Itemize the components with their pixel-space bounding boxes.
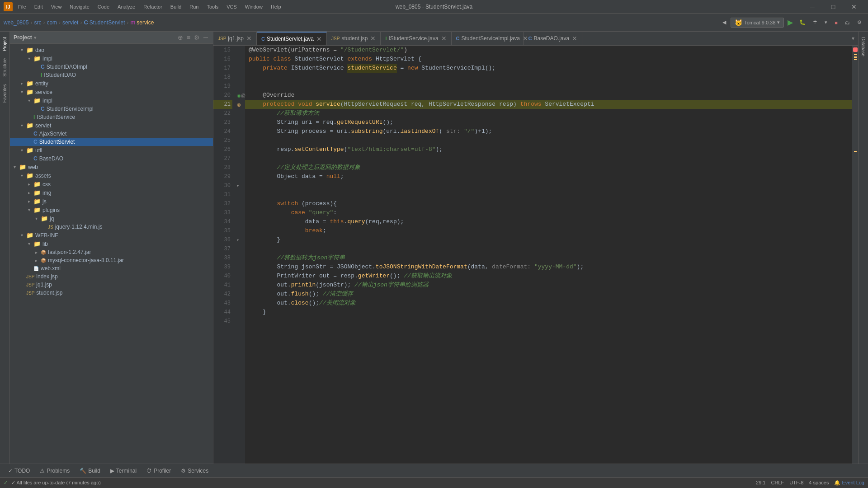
menu-code[interactable]: Code: [95, 2, 112, 11]
tree-index-jsp[interactable]: JSP index.jsp: [10, 272, 213, 281]
tab-istudent-service[interactable]: I IStudentService.java ✕: [381, 32, 451, 45]
encoding[interactable]: UTF-8: [789, 480, 803, 486]
tree-lib-folder[interactable]: ▾ 📁 lib: [10, 239, 213, 248]
tab-student-service-impl[interactable]: C StudentServiceImpl.java ✕: [452, 32, 524, 45]
code-editor[interactable]: @WebServlet(urlPatterns = "/StudentServl…: [245, 46, 852, 464]
breadcrumb-com[interactable]: com: [47, 19, 57, 26]
profiler-icon: ⏱: [146, 468, 152, 474]
tree-ajax-servlet[interactable]: C AjaxServlet: [10, 130, 213, 138]
build-tab[interactable]: 🔨 Build: [75, 466, 105, 476]
tree-assets-folder[interactable]: ▾ 📁 assets: [10, 171, 213, 180]
tab-overflow-btn[interactable]: ▾: [848, 33, 858, 44]
panel-locate-btn[interactable]: ⊕: [176, 33, 184, 42]
tab-close-student-jsp[interactable]: ✕: [370, 35, 376, 42]
panel-collapse-btn[interactable]: ≡: [185, 33, 192, 42]
run-button[interactable]: ▶: [786, 17, 795, 28]
tree-util-folder[interactable]: ▾ 📁 util: [10, 146, 213, 155]
menu-edit[interactable]: Edit: [32, 2, 46, 11]
tree-js-folder[interactable]: ▸ 📁 js: [10, 197, 213, 206]
tree-fastjson-jar[interactable]: ▸ 📦 fastjson-1.2.47.jar: [10, 248, 213, 256]
fold-icon-2[interactable]: ▾: [237, 238, 239, 242]
menu-file[interactable]: File: [15, 2, 29, 11]
tab-close-base-dao[interactable]: ✕: [572, 35, 577, 42]
breadcrumb-servlet[interactable]: servlet: [62, 19, 78, 26]
menu-analyze[interactable]: Analyze: [115, 2, 138, 11]
settings-btn[interactable]: ⚙: [854, 18, 864, 27]
tree-student-service-impl[interactable]: C StudentServiceImpl: [10, 105, 213, 113]
maximize-button[interactable]: □: [823, 0, 844, 14]
structure-tab[interactable]: Structure: [1, 55, 9, 80]
tree-dao-folder[interactable]: ▾ 📁 dao: [10, 46, 213, 54]
tab-close-student-servlet[interactable]: ✕: [316, 35, 322, 42]
problems-tab[interactable]: ⚠ Problems: [35, 466, 74, 476]
menu-view[interactable]: View: [48, 2, 65, 11]
tree-dao-impl-folder[interactable]: ▾ 📁 impl: [10, 54, 213, 63]
breadcrumb-project[interactable]: web_0805: [4, 19, 28, 26]
tree-entity-folder[interactable]: ▸ 📁 entity: [10, 79, 213, 88]
menu-vcs[interactable]: VCS: [224, 2, 240, 11]
coverage-button[interactable]: ☂: [810, 18, 820, 27]
tomcat-selector[interactable]: 🐱 Tomcat 9.0.38 ▾: [731, 18, 784, 28]
menu-tools[interactable]: Tools: [204, 2, 221, 11]
event-log-btn[interactable]: 🔔 Event Log: [834, 480, 864, 486]
tree-web-xml[interactable]: 📄 web.xml: [10, 264, 213, 272]
indent-setting[interactable]: 4 spaces: [809, 480, 829, 486]
debug-button[interactable]: 🐛: [797, 18, 808, 27]
terminal-tab[interactable]: ▶ Terminal: [106, 466, 141, 476]
code-line-33: case "query":: [245, 208, 852, 217]
favorites-tab[interactable]: Favorites: [1, 80, 9, 106]
line-ending[interactable]: CRLF: [771, 480, 784, 486]
more-run-btn[interactable]: ▾: [822, 18, 830, 27]
breadcrumb-class[interactable]: StudentServlet: [90, 19, 125, 26]
tree-img-folder[interactable]: ▸ 📁 img: [10, 188, 213, 197]
code-line-22: //获取请求方法: [245, 109, 852, 118]
tab-jq1-jsp[interactable]: JSP jq1.jsp ✕: [213, 32, 257, 45]
menu-run[interactable]: Run: [187, 2, 201, 11]
tab-student-servlet[interactable]: C StudentServlet.java ✕: [257, 32, 327, 45]
code-line-16: public class StudentServlet extends Http…: [245, 55, 852, 64]
project-tab[interactable]: Project: [1, 33, 9, 55]
todo-tab[interactable]: ✓ TODO: [4, 466, 34, 476]
panel-options-btn[interactable]: ⚙: [193, 33, 201, 42]
menu-navigate[interactable]: Navigate: [67, 2, 92, 11]
panel-minimize-btn[interactable]: ─: [202, 33, 209, 42]
breadcrumb-method[interactable]: service: [137, 19, 154, 26]
tree-plugins-folder[interactable]: ▾ 📁 plugins: [10, 206, 213, 214]
menu-window[interactable]: Window: [242, 2, 265, 11]
tree-service-impl-folder[interactable]: ▾ 📁 impl: [10, 96, 213, 105]
tree-jq-folder[interactable]: ▾ 📁 jq: [10, 214, 213, 223]
tree-student-jsp[interactable]: JSP student.jsp: [10, 289, 213, 297]
services-tab[interactable]: ⚙ Services: [176, 466, 213, 476]
tree-css-folder[interactable]: ▸ 📁 css: [10, 180, 213, 188]
tab-base-dao[interactable]: C BaseDAO.java ✕: [524, 32, 583, 45]
tab-student-jsp[interactable]: JSP student.jsp ✕: [327, 32, 381, 45]
tree-student-dao-impl[interactable]: C StudentDAOImpl: [10, 63, 213, 71]
tree-jq1-jsp[interactable]: JSP jq1.jsp: [10, 281, 213, 289]
navigate-back-btn[interactable]: ◀: [720, 18, 729, 27]
menu-help[interactable]: Help: [268, 2, 284, 11]
tree-base-dao[interactable]: C BaseDAO: [10, 155, 213, 163]
tree-service-folder[interactable]: ▾ 📁 service: [10, 88, 213, 96]
tree-jquery-file[interactable]: JS jquery-1.12.4.min.js: [10, 223, 213, 231]
breadcrumb-src[interactable]: src: [34, 19, 41, 26]
project-structure-btn[interactable]: 🗂: [842, 18, 853, 27]
fold-icon[interactable]: ▾: [237, 184, 239, 188]
menu-build[interactable]: Build: [168, 2, 184, 11]
tree-web-folder[interactable]: ▾ 📁 web: [10, 163, 213, 171]
minimize-button[interactable]: ─: [802, 0, 823, 14]
warning-stripe-2: [854, 56, 857, 58]
tree-istudent-service[interactable]: I IStudentService: [10, 113, 213, 121]
close-button[interactable]: ✕: [844, 0, 864, 14]
tree-mysql-jar[interactable]: ▸ 📦 mysql-connector-java-8.0.11.jar: [10, 256, 213, 264]
stop-button[interactable]: ■: [832, 18, 840, 27]
tab-close-jq1[interactable]: ✕: [246, 35, 252, 42]
tree-webinf-folder[interactable]: ▾ 📁 WEB-INF: [10, 231, 213, 239]
tree-student-servlet[interactable]: C StudentServlet: [10, 138, 213, 146]
tree-istudent-dao[interactable]: I IStudentDAO: [10, 71, 213, 79]
menu-refactor[interactable]: Refactor: [141, 2, 165, 11]
cursor-position[interactable]: 29:1: [756, 480, 765, 486]
tab-close-istudent-service[interactable]: ✕: [441, 35, 447, 42]
tree-servlet-folder[interactable]: ▾ 📁 servlet: [10, 121, 213, 130]
profiler-tab[interactable]: ⏱ Profiler: [142, 466, 175, 476]
database-tab[interactable]: Database: [859, 33, 867, 60]
